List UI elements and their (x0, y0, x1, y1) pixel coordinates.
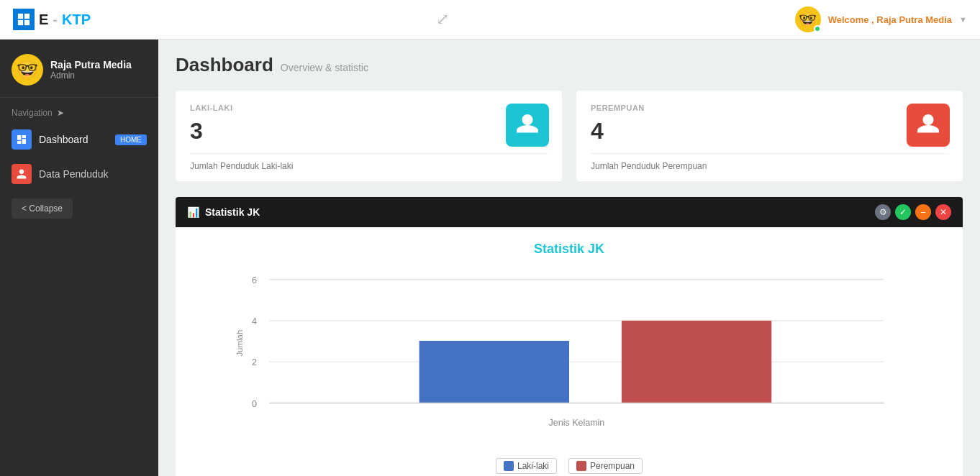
svg-text:Jenis Kelamin: Jenis Kelamin (549, 418, 605, 428)
svg-text:2: 2 (252, 357, 257, 367)
svg-text:Jumlah: Jumlah (235, 330, 244, 357)
chart-close-button[interactable]: ✕ (935, 204, 951, 220)
topnav: E - KTP ⤢ 🤓 Welcome , Raja Putra Media ▼ (0, 0, 980, 40)
chart-header: 📊 Statistik JK ⚙ ✓ – ✕ (176, 197, 963, 227)
username-label: Raja Putra Media (876, 14, 952, 25)
page-subtitle: Overview & statistic (281, 62, 368, 73)
chart-svg-wrapper: 6 4 2 0 Jumlah (190, 268, 948, 451)
chart-bar-icon: 📊 (187, 206, 199, 218)
chart-legend: Laki-laki Perempuan (190, 458, 948, 474)
sidebar-profile: 🤓 Raja Putra Media Admin (0, 40, 158, 98)
topnav-avatar: 🤓 (795, 6, 821, 32)
svg-text:4: 4 (252, 316, 257, 326)
online-dot (814, 25, 821, 32)
sidebar-collapse-button[interactable]: < Collapse (12, 198, 73, 219)
topnav-right: 🤓 Welcome , Raja Putra Media ▼ (795, 6, 967, 32)
chart-body: Statistik JK 6 4 2 0 Jumlah (176, 227, 963, 476)
sidebar-item-data-penduduk[interactable]: Data Penduduk (0, 157, 158, 191)
brand-ktp-text: KTP (62, 12, 91, 28)
stat-card-perempuan: PEREMPUAN 4 Jumlah Penduduk Perempuan (576, 91, 963, 181)
laki-laki-desc: Jumlah Penduduk Laki-laki (190, 161, 548, 171)
dashboard-icon (12, 129, 32, 150)
svg-rect-0 (18, 14, 23, 19)
bar-laki-laki (419, 341, 569, 403)
sidebar-role: Admin (50, 70, 132, 81)
main-content: Dashboard Overview & statistic LAKI-LAKI… (158, 40, 980, 476)
chart-check-button[interactable]: ✓ (895, 204, 911, 220)
chart-box: 📊 Statistik JK ⚙ ✓ – ✕ Statistik JK 6 (176, 197, 963, 476)
chart-title: Statistik JK (190, 242, 948, 257)
perempuan-desc: Jumlah Penduduk Perempuan (591, 161, 948, 171)
data-penduduk-icon (12, 164, 32, 184)
perempuan-value: 4 (591, 118, 948, 145)
legend-label-perempuan: Perempuan (590, 461, 635, 471)
welcome-label: Welcome , Raja Putra Media (828, 14, 952, 25)
laki-laki-icon (506, 104, 549, 147)
svg-rect-1 (24, 14, 30, 19)
user-menu-chevron[interactable]: ▼ (959, 15, 967, 24)
nav-arrow-icon: ➤ (57, 108, 64, 118)
sidebar-data-penduduk-label: Data Penduduk (39, 168, 109, 180)
laki-laki-value: 3 (190, 118, 548, 145)
legend-dot-perempuan (576, 461, 586, 471)
stat-card-laki-laki: LAKI-LAKI 3 Jumlah Penduduk Laki-laki (176, 91, 562, 181)
brand-e-text: E (39, 12, 48, 28)
chart-header-title: Statistik JK (205, 206, 260, 218)
svg-rect-2 (18, 20, 23, 25)
brand-icon (13, 9, 35, 30)
brand: E - KTP (13, 9, 91, 30)
bar-chart-svg: 6 4 2 0 Jumlah (190, 268, 948, 448)
brand-separator: - (53, 12, 58, 28)
sidebar-profile-info: Raja Putra Media Admin (50, 59, 132, 81)
legend-item-perempuan: Perempuan (568, 458, 643, 474)
perempuan-icon (907, 104, 950, 147)
sidebar: 🤓 Raja Putra Media Admin Navigation ➤ Da… (0, 40, 158, 476)
perempuan-label: PEREMPUAN (591, 104, 948, 112)
legend-item-laki-laki: Laki-laki (496, 458, 557, 474)
sidebar-avatar: 🤓 (12, 54, 43, 86)
page-title: Dashboard (176, 54, 273, 76)
chart-settings-button[interactable]: ⚙ (875, 204, 891, 220)
sidebar-username: Raja Putra Media (50, 59, 132, 70)
stat-cards: LAKI-LAKI 3 Jumlah Penduduk Laki-laki PE… (176, 91, 963, 181)
chart-header-right: ⚙ ✓ – ✕ (875, 204, 951, 220)
laki-laki-label: LAKI-LAKI (190, 104, 548, 112)
svg-rect-3 (24, 20, 30, 25)
chart-minimize-button[interactable]: – (915, 204, 931, 220)
sidebar-home-badge: HOME (115, 134, 147, 145)
svg-text:6: 6 (252, 275, 257, 285)
sidebar-nav-label: Navigation ➤ (0, 98, 158, 122)
sidebar-item-dashboard[interactable]: Dashboard HOME (0, 122, 158, 157)
legend-label-laki-laki: Laki-laki (517, 461, 549, 471)
page-header: Dashboard Overview & statistic (176, 54, 963, 76)
bar-perempuan (622, 321, 771, 403)
svg-text:0: 0 (252, 399, 257, 409)
collapse-toggle-icon[interactable]: ⤢ (436, 10, 449, 29)
main-layout: 🤓 Raja Putra Media Admin Navigation ➤ Da… (0, 40, 980, 476)
sidebar-dashboard-label: Dashboard (39, 134, 89, 145)
legend-dot-laki-laki (504, 461, 514, 471)
chart-header-left: 📊 Statistik JK (187, 206, 260, 218)
